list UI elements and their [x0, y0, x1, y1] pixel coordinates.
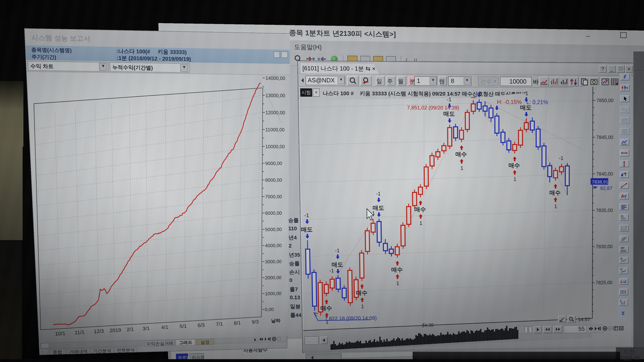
svg-text:매수: 매수 [320, 305, 332, 312]
svg-text:-1: -1 [329, 268, 334, 274]
svg-text:매수: 매수 [414, 206, 426, 213]
svg-text:매도: 매도 [372, 205, 384, 211]
svg-text:6000,00: 6000,00 [265, 210, 282, 216]
svg-text:7825,00: 7825,00 [596, 280, 612, 285]
svg-text:-1: -1 [304, 213, 309, 218]
svg-text:2/1: 2/1 [126, 327, 134, 332]
svg-text:매도: 매도 [301, 226, 313, 233]
svg-text:매수: 매수 [508, 162, 520, 169]
svg-text:0,00: 0,00 [265, 307, 274, 312]
svg-text:-1: -1 [559, 155, 564, 161]
svg-text:8/1: 8/1 [234, 320, 241, 326]
svg-text:f/L: f/L [621, 215, 624, 218]
svg-text:9/3: 9/3 [252, 319, 259, 325]
svg-text:1000,00: 1000,00 [265, 291, 281, 296]
svg-text:10/1: 10/1 [55, 331, 66, 337]
svg-text:매수: 매수 [391, 266, 403, 273]
svg-text:7,822,18 (09/20 14:08): 7,822,18 (09/20 14:08) [325, 315, 377, 321]
svg-text:9000,00: 9000,00 [265, 161, 282, 166]
svg-text:매도: 매도 [332, 261, 343, 268]
svg-text:7835,00: 7835,00 [596, 208, 613, 213]
svg-text:-1: -1 [447, 97, 452, 102]
svg-text:7830,00: 7830,00 [596, 244, 613, 249]
svg-text:2019: 2019 [109, 327, 121, 333]
svg-text:5/1: 5/1 [180, 323, 187, 329]
svg-text:12/3: 12/3 [94, 328, 104, 335]
svg-text:7840,00: 7840,00 [596, 171, 613, 177]
svg-text:7838,91: 7838,91 [592, 179, 608, 184]
svg-text:3/1: 3/1 [142, 325, 150, 331]
svg-text:H: -0,15%: H: -0,15% [497, 99, 522, 105]
svg-text:-1: -1 [524, 90, 528, 96]
svg-text:5000,00: 5000,00 [265, 227, 282, 232]
svg-text:7845,00: 7845,00 [596, 135, 613, 140]
svg-text:E: E [620, 257, 622, 260]
svg-text:매수: 매수 [456, 151, 467, 157]
svg-text:13000,00: 13000,00 [266, 93, 285, 98]
svg-text:날짜: 날짜 [271, 318, 281, 324]
svg-text:4000,00: 4000,00 [265, 243, 282, 248]
svg-text:4/1: 4/1 [161, 324, 168, 330]
svg-text:매도: 매도 [520, 104, 532, 111]
svg-text:f/R: f/R [620, 247, 624, 250]
svg-text:14:30: 14:30 [422, 322, 434, 328]
svg-text:10000,00: 10000,00 [265, 144, 285, 149]
svg-text:3000,00: 3000,00 [265, 259, 282, 264]
svg-text:7/1: 7/1 [216, 321, 223, 327]
svg-text:6/3: 6/3 [198, 322, 205, 328]
svg-text:1: 1 [361, 304, 364, 309]
svg-text:매도: 매도 [443, 110, 455, 117]
svg-text:7850,00: 7850,00 [596, 98, 614, 103]
svg-text:62,87: 62,87 [600, 185, 612, 191]
svg-text:T: T [624, 195, 626, 199]
svg-text:8000,00: 8000,00 [265, 177, 282, 183]
svg-text:7000,00: 7000,00 [265, 194, 282, 199]
svg-text:1: 1 [396, 281, 399, 286]
svg-text:1: 1 [554, 203, 557, 209]
svg-text:-1: -1 [335, 248, 340, 254]
svg-text:매수: 매수 [356, 290, 368, 296]
svg-text:매수: 매수 [550, 189, 561, 196]
svg-text:11000,00: 11000,00 [265, 127, 284, 132]
svg-text:E: E [620, 268, 622, 271]
svg-text:7,851,02 (09/20 14:39): 7,851,02 (09/20 14:39) [407, 105, 459, 110]
svg-text:14000,00: 14000,00 [266, 75, 285, 81]
svg-text:2000,00: 2000,00 [265, 275, 282, 280]
svg-text:11/1: 11/1 [74, 329, 85, 336]
svg-text:1: 1 [514, 176, 516, 182]
svg-text:1: 1 [420, 220, 422, 226]
svg-text:-1: -1 [376, 191, 381, 197]
svg-text:1: 1 [460, 165, 463, 171]
